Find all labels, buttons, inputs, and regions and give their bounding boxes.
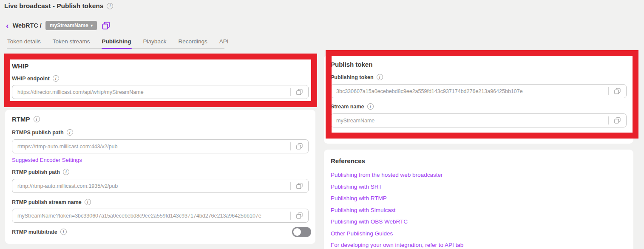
rtmp-publish-path-label: RTMP publish path i bbox=[12, 169, 69, 175]
tab-token-details[interactable]: Token details bbox=[7, 36, 41, 48]
references-card: References Publishing from the hosted we… bbox=[324, 150, 633, 249]
references-list: Publishing from the hosted web broadcast… bbox=[331, 172, 463, 249]
info-icon[interactable]: i bbox=[67, 129, 73, 136]
reference-link-rtmp[interactable]: Publishing with RTMP bbox=[331, 195, 463, 201]
publishing-token-label-text: Publishing token bbox=[331, 74, 374, 80]
references-heading-text: References bbox=[331, 157, 365, 164]
copy-rtmps-path-button[interactable] bbox=[290, 140, 308, 153]
copy-stream-name-value-button[interactable] bbox=[608, 114, 626, 127]
whip-heading: WHIP bbox=[12, 62, 28, 70]
rtmp-publish-path-input[interactable] bbox=[12, 179, 290, 192]
rtmp-publish-path-field bbox=[12, 179, 309, 193]
info-icon[interactable]: i bbox=[34, 116, 40, 122]
breadcrumb-path[interactable]: WebRTC / bbox=[13, 22, 42, 29]
date-created-row: Date created 5 Oct 2023 - 02:46 bbox=[331, 133, 415, 139]
reference-link-srt[interactable]: Publishing with SRT bbox=[331, 184, 463, 190]
rtmps-publish-path-input[interactable] bbox=[12, 140, 290, 153]
publish-token-heading-text: Publish token bbox=[331, 61, 372, 68]
rtmp-multibitrate-label-text: RTMP multibitrate bbox=[12, 229, 57, 235]
rtmp-multibitrate-toggle[interactable] bbox=[292, 227, 311, 237]
rtmp-publish-path-label-text: RTMP publish path bbox=[12, 169, 60, 175]
copy-icon bbox=[614, 117, 621, 124]
info-icon[interactable]: i bbox=[107, 3, 113, 9]
tab-api[interactable]: API bbox=[219, 36, 229, 48]
stream-name-input[interactable] bbox=[331, 114, 608, 127]
date-created-value: 5 Oct 2023 - 02:46 bbox=[371, 133, 415, 139]
references-heading: References bbox=[331, 157, 365, 164]
tab-token-streams[interactable]: Token streams bbox=[52, 36, 91, 48]
rtmp-publish-stream-name-label: RTMP publish stream name i bbox=[12, 199, 91, 205]
page-header: Live broadcast - Publish tokens i bbox=[4, 2, 113, 10]
rtmp-card: RTMP i RTMPS publish path i Suggested En… bbox=[5, 110, 315, 244]
whip-endpoint-label-text: WHIP endpoint bbox=[12, 76, 50, 82]
copy-rtmp-path-button[interactable] bbox=[290, 179, 308, 192]
tab-publishing[interactable]: Publishing bbox=[102, 36, 132, 48]
rtmp-publish-stream-name-input[interactable] bbox=[12, 209, 290, 222]
reference-link-other-guides[interactable]: Other Publishing Guides bbox=[331, 230, 463, 237]
rtmps-publish-path-field bbox=[12, 139, 309, 153]
chevron-down-icon: ▾ bbox=[91, 23, 93, 28]
stream-name-field bbox=[331, 113, 627, 127]
copy-stream-name-button[interactable] bbox=[102, 21, 111, 30]
whip-endpoint-field bbox=[12, 85, 309, 99]
info-icon[interactable]: i bbox=[63, 169, 69, 175]
rtmps-publish-path-label: RTMPS publish path i bbox=[12, 129, 73, 136]
whip-heading-text: WHIP bbox=[12, 62, 28, 70]
tab-bar: Token details Token streams Publishing P… bbox=[7, 36, 224, 49]
rtmp-heading-text: RTMP bbox=[12, 116, 30, 123]
whip-card: WHIP WHIP endpoint i bbox=[5, 57, 315, 104]
reference-link-simulcast[interactable]: Publishing with Simulcast bbox=[331, 207, 463, 213]
publishing-token-input[interactable] bbox=[331, 85, 608, 98]
rtmps-publish-path-label-text: RTMPS publish path bbox=[12, 130, 64, 136]
copy-rtmp-stream-name-button[interactable] bbox=[290, 209, 308, 222]
rtmp-publish-stream-name-label-text: RTMP publish stream name bbox=[12, 199, 82, 205]
copy-icon bbox=[614, 88, 621, 95]
info-icon[interactable]: i bbox=[60, 229, 67, 235]
rtmp-publish-stream-name-field bbox=[12, 209, 309, 223]
copy-icon bbox=[296, 182, 303, 190]
whip-endpoint-input[interactable] bbox=[12, 85, 290, 99]
page-title: Live broadcast - Publish tokens bbox=[4, 2, 103, 10]
stream-name-dropdown[interactable]: myStreamName ▾ bbox=[45, 21, 97, 30]
reference-link-obs-webrtc[interactable]: Publishing with OBS WebRTC bbox=[331, 218, 463, 225]
info-icon[interactable]: i bbox=[367, 103, 374, 110]
rtmp-multibitrate-label: RTMP multibitrate i bbox=[12, 229, 67, 235]
copy-icon bbox=[296, 212, 303, 219]
rtmp-heading: RTMP i bbox=[12, 116, 40, 123]
back-chevron-icon[interactable]: ‹ bbox=[6, 21, 9, 30]
tab-recordings[interactable]: Recordings bbox=[178, 36, 207, 48]
info-icon[interactable]: i bbox=[53, 75, 59, 82]
stream-name-label: Stream name i bbox=[331, 103, 374, 110]
breadcrumb: ‹ WebRTC / myStreamName ▾ bbox=[6, 21, 111, 30]
reference-link-hosted-broadcaster[interactable]: Publishing from the hosted web broadcast… bbox=[331, 172, 463, 178]
copy-icon bbox=[296, 143, 303, 150]
publishing-token-label: Publishing token i bbox=[331, 74, 383, 80]
toggle-knob bbox=[293, 228, 301, 236]
tab-playback[interactable]: Playback bbox=[143, 36, 167, 48]
stream-name-label-text: Stream name bbox=[331, 104, 364, 110]
info-icon[interactable]: i bbox=[85, 199, 91, 205]
publish-token-card: Publish token Publishing token i Stream … bbox=[324, 55, 633, 144]
copy-icon bbox=[102, 21, 111, 30]
stream-name-badge-label: myStreamName bbox=[50, 23, 88, 28]
whip-endpoint-label: WHIP endpoint i bbox=[12, 75, 59, 82]
publishing-token-field bbox=[331, 84, 627, 98]
info-icon[interactable]: i bbox=[377, 74, 383, 80]
copy-icon bbox=[296, 88, 303, 96]
date-created-label: Date created bbox=[331, 133, 364, 139]
copy-whip-endpoint-button[interactable] bbox=[290, 85, 308, 99]
publish-token-heading: Publish token bbox=[331, 61, 372, 68]
suggested-encoder-settings-link[interactable]: Suggested Encoder Settings bbox=[12, 157, 82, 163]
reference-link-api-tab[interactable]: For developing your own integration, ref… bbox=[331, 242, 463, 248]
copy-publishing-token-button[interactable] bbox=[608, 85, 626, 98]
